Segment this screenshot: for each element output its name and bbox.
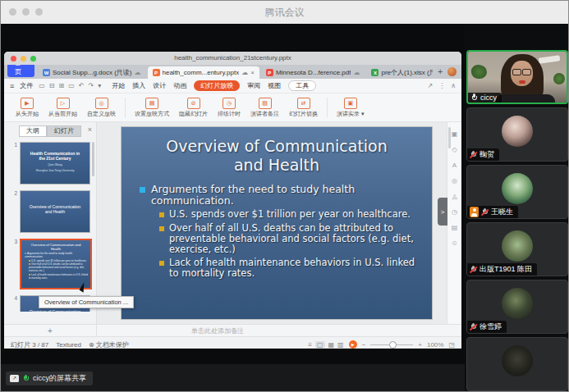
new-tab-button[interactable]: +	[438, 67, 443, 76]
ribbon-button[interactable]: ▤设置放映方式	[130, 98, 174, 118]
rail-icon[interactable]: ◷	[452, 208, 457, 216]
menu-right-icon[interactable]: ↗	[427, 82, 433, 89]
quickbar-icon[interactable]: ⊞	[59, 82, 65, 89]
participant-tile[interactable]: 徐雪婷	[466, 280, 568, 334]
view-icon[interactable]: ▥	[337, 341, 344, 349]
tab-close-icon[interactable]: ×	[250, 69, 255, 76]
quickbar-icon[interactable]: ▾	[98, 82, 101, 89]
tab-label: Minnesota D...ference.pdf	[276, 69, 351, 76]
rail-icon[interactable]: ▤	[452, 224, 458, 231]
add-slide-button[interactable]: +	[4, 325, 97, 336]
slide-thumbnail[interactable]: Overview of Communication and HealthArgu…	[20, 239, 92, 289]
quickbar-icon[interactable]: ▭	[68, 82, 75, 89]
participant-tile[interactable]: 王晓生	[466, 165, 568, 219]
fullscreen-icon[interactable]: ◳	[448, 341, 455, 349]
ribbon-button[interactable]: ▷从当前开始	[44, 98, 82, 118]
ribbon-button[interactable]: ⊘隐藏幻灯片	[174, 98, 213, 118]
participant-tile[interactable]: 鞠贺	[466, 107, 568, 162]
menu-item[interactable]: 开始	[112, 81, 125, 90]
menu-item[interactable]: 审阅	[247, 81, 260, 90]
mic-muted-icon	[470, 266, 477, 274]
document-tab[interactable]: WSocial Supp...g.docx (只读)☁	[38, 66, 145, 79]
menu-item[interactable]: 视图	[268, 81, 281, 90]
menu-right-icon[interactable]: ⋮	[438, 82, 445, 89]
view-icon[interactable]: ▦	[328, 341, 335, 349]
zoom-level[interactable]: 100%	[427, 341, 443, 349]
ribbon-button[interactable]: ▣演讲实录 ▾	[332, 98, 369, 118]
tab-slides[interactable]: 幻灯片	[47, 125, 81, 137]
participant-tile[interactable]	[466, 337, 568, 391]
bullet-line: U.S. spends over $1 trillion per year on…	[159, 209, 419, 220]
bullet-marker	[140, 187, 145, 193]
zoom-in-button[interactable]: +	[418, 341, 422, 349]
participant-avatar	[502, 116, 533, 147]
theme-name: Textured	[56, 341, 81, 349]
thumb-bullet: Lack of health maintenance behaviors in …	[29, 273, 89, 280]
rail-icon[interactable]: ▣	[452, 130, 458, 138]
rail-icon[interactable]: ◬	[452, 193, 457, 200]
wps-tab-bar: 首页 WSocial Supp...g.docx (只读)☁Phealth_co…	[4, 65, 461, 79]
tab-label: Social Supp...g.docx (只读)	[53, 68, 131, 77]
quickbar-icon[interactable]: ⊟	[49, 82, 55, 89]
ribbon-button[interactable]: ⇄幻灯片切换	[284, 98, 323, 118]
zoom-out-button[interactable]: −	[362, 341, 366, 349]
collapse-rail-tab[interactable]: >	[438, 198, 447, 226]
wps-user-avatar[interactable]	[447, 67, 457, 76]
view-icon[interactable]: ≡	[308, 341, 312, 349]
cloud-sync-icon: ☁	[135, 69, 141, 76]
slideshow-play-button[interactable]: ▶	[349, 340, 357, 349]
bullet-marker	[159, 226, 164, 231]
ribbon-button-icon: ▶	[21, 98, 34, 109]
thumb-title: Overview of Communication and Health	[21, 243, 90, 251]
participant-tile[interactable]: ciccy	[466, 50, 568, 104]
slide-scrollbar[interactable]	[448, 127, 451, 148]
menu-item[interactable]: 动画	[173, 81, 186, 90]
slide-thumbnail[interactable]: Overview of Communication and Health	[20, 190, 90, 233]
video-scene-shape	[553, 73, 565, 84]
ribbon-button-icon: ▷	[57, 98, 70, 109]
ribbon-button-label: 演讲实录 ▾	[337, 110, 364, 118]
rail-icon[interactable]: ☺	[451, 239, 457, 247]
panel-scrollbar[interactable]	[92, 142, 94, 176]
wps-status-bar: 幻灯片 3 / 87 Textured ⊗ 文档未保护 ≡▢▦▥ ▶ − + 1…	[4, 336, 461, 349]
document-tab[interactable]: PMinnesota D...ference.pdf☁	[261, 66, 365, 79]
ribbon-button[interactable]: ▶从头开始	[11, 98, 44, 118]
panel-close-icon[interactable]: ×	[88, 125, 92, 134]
ribbon-button[interactable]: ▧演讲者备注	[245, 98, 284, 118]
menu-right-icon[interactable]: ∧	[451, 82, 456, 89]
menu-item[interactable]: 工具	[288, 80, 316, 91]
document-tab[interactable]: Xpre个人(1).xlsx (只读)☁	[366, 66, 433, 79]
zoom-slider[interactable]	[370, 344, 413, 345]
ribbon-button[interactable]: ◷排练计时	[213, 98, 245, 118]
document-tab[interactable]: Phealth_comm...entury.pptx☁×	[148, 66, 259, 79]
menu-item[interactable]: 幻灯片放映	[194, 80, 240, 91]
slide-thumbnail-panel: 大纲 幻灯片 × 1Health Communication in the 21…	[4, 122, 97, 324]
file-menu[interactable]: 文件	[20, 81, 33, 90]
bullet-line: Arguments for the need to study health c…	[140, 184, 419, 207]
participant-tile[interactable]: 出版T1901 陈田	[466, 222, 568, 276]
thumbnail-tooltip: Overview of Communication ...	[39, 296, 134, 308]
zoom-slider-knob[interactable]	[389, 341, 397, 349]
file-type-icon: P	[153, 69, 160, 76]
ribbon-button[interactable]: ◎自定义放映	[82, 98, 121, 118]
file-type-icon: W	[43, 69, 50, 76]
bullet-text: Over half of all U.S. deaths can be attr…	[169, 223, 419, 256]
quickbar-icon[interactable]: ↷	[89, 82, 94, 89]
slide-canvas[interactable]: Overview of Communication and Health Arg…	[122, 127, 432, 319]
slide-thumbnail[interactable]: Health Communication in the 21st Century…	[20, 142, 90, 185]
document-protection-status[interactable]: ⊗ 文档未保护	[89, 340, 129, 349]
thumb-title: Overview of Communication and Health	[21, 309, 89, 312]
tab-outline[interactable]: 大纲	[19, 125, 47, 137]
view-icon[interactable]: ▢	[315, 341, 325, 349]
notes-input[interactable]: 单击此处添加备注	[97, 325, 461, 336]
wps-tab-strip: WSocial Supp...g.docx (只读)☁Phealth_comm.…	[38, 66, 433, 79]
menu-item[interactable]: 插入	[132, 81, 145, 90]
menu-item[interactable]: 设计	[153, 81, 166, 90]
quickbar-icon[interactable]: ▭	[39, 82, 45, 89]
quickbar-icon[interactable]: ↶	[79, 82, 85, 89]
rail-icon[interactable]: ◇	[452, 146, 457, 153]
rail-icon[interactable]: A	[452, 162, 457, 169]
bullet-marker	[159, 212, 164, 217]
cloud-sync-icon: ☁	[241, 69, 248, 76]
rail-icon[interactable]: ◎	[452, 177, 457, 185]
